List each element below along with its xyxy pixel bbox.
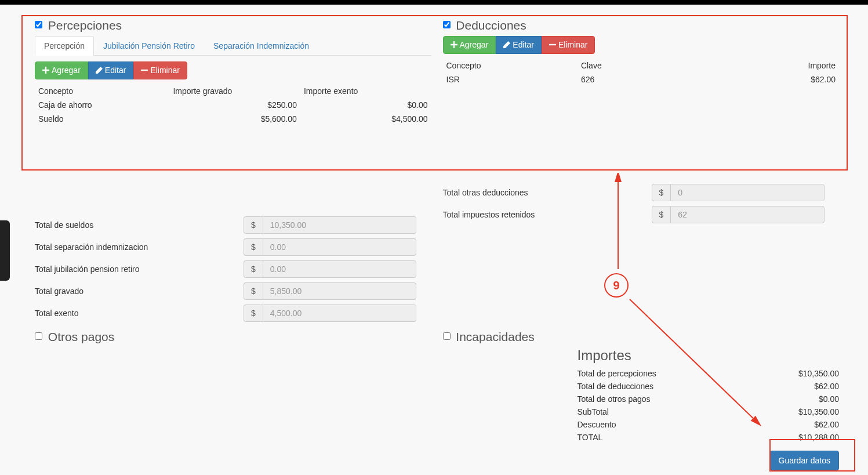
importes-title: Importes (578, 347, 840, 364)
col-concepto: Concepto (35, 84, 169, 98)
total-sueldos-input (263, 216, 416, 234)
tab-separacion[interactable]: Separación Indemnización (204, 36, 318, 56)
currency-addon: $ (244, 238, 263, 256)
percepciones-title: Percepciones (35, 19, 431, 32)
importes-line: Total de percepciones$10,350.00 (578, 367, 840, 380)
currency-addon: $ (244, 304, 263, 322)
total-jubilacion-input (263, 260, 416, 278)
deducciones-title: Deducciones (443, 19, 840, 32)
percepciones-edit-button[interactable]: Editar (88, 61, 134, 79)
cell-gravado: $5,600.00 (169, 112, 300, 126)
cell-concepto: Caja de ahorro (35, 98, 169, 112)
otros-pagos-checkbox[interactable] (35, 332, 42, 340)
deducciones-delete-button[interactable]: Eliminar (542, 36, 595, 54)
save-button[interactable]: Guardar datos (770, 451, 840, 470)
del-label: Eliminar (558, 40, 588, 50)
deducciones-title-text: Deducciones (456, 19, 526, 32)
total-exento-input (263, 304, 416, 322)
cell-concepto: Sueldo (35, 112, 169, 126)
minus-icon (141, 67, 148, 74)
importes-line: TOTAL$10,288.00 (578, 431, 840, 444)
total-gravado-input (263, 282, 416, 300)
add-label: Agregar (460, 40, 489, 50)
add-label: Agregar (52, 66, 81, 75)
percepciones-tabs: Percepción Jubilación Pensión Retiro Sep… (35, 36, 431, 56)
importes-panel: Importes Total de percepciones$10,350.00… (578, 347, 840, 444)
deducciones-add-button[interactable]: Agregar (443, 36, 496, 54)
percepciones-table: Concepto Importe gravado Importe exento … (35, 84, 431, 126)
total-separacion-label: Total separación indemnizacion (35, 242, 244, 252)
currency-addon: $ (244, 216, 263, 234)
total-otras-label: Total otras deducciones (443, 188, 652, 197)
importes-line: Total de deducciones$62.00 (578, 380, 840, 393)
pencil-icon (96, 67, 103, 74)
incapacidades-checkbox[interactable] (443, 332, 451, 340)
otros-pagos-title-text: Otros pagos (48, 330, 114, 343)
percepciones-delete-button[interactable]: Eliminar (133, 61, 187, 79)
cell-gravado: $250.00 (169, 98, 300, 112)
currency-addon: $ (244, 260, 263, 278)
incapacidades-title-text: Incapacidades (456, 330, 534, 343)
table-row[interactable]: ISR 626 $62.00 (443, 72, 840, 86)
currency-addon: $ (652, 184, 671, 201)
tab-percepcion[interactable]: Percepción (35, 36, 94, 56)
col-exento: Importe exento (300, 84, 431, 98)
total-separacion-input (263, 238, 416, 256)
percepciones-title-text: Percepciones (48, 19, 122, 32)
pencil-icon (503, 41, 510, 48)
plus-icon (451, 41, 457, 48)
total-exento-label: Total exento (35, 309, 244, 318)
percepciones-toolbar: Agregar Editar Eliminar (35, 61, 431, 79)
edit-label: Editar (105, 66, 126, 75)
table-row[interactable]: Sueldo $5,600.00 $4,500.00 (35, 112, 431, 126)
col-importe: Importe (708, 59, 839, 72)
total-jubilacion-label: Total jubilación pension retiro (35, 264, 244, 274)
cell-clave: 626 (578, 72, 709, 86)
cell-exento: $0.00 (300, 98, 431, 112)
total-sueldos-label: Total de sueldos (35, 220, 244, 230)
percepciones-add-button[interactable]: Agregar (35, 61, 88, 79)
incapacidades-title: Incapacidades (443, 330, 840, 344)
table-row[interactable]: Caja de ahorro $250.00 $0.00 (35, 98, 431, 112)
importes-line: Total de otros pagos$0.00 (578, 393, 840, 405)
edit-label: Editar (513, 40, 534, 50)
col-gravado: Importe gravado (169, 84, 300, 98)
deducciones-table: Concepto Clave Importe ISR 626 $62.00 (443, 59, 840, 86)
col-clave: Clave (578, 59, 709, 72)
deducciones-edit-button[interactable]: Editar (496, 36, 542, 54)
importes-line: SubTotal$10,350.00 (578, 405, 840, 418)
percepciones-checkbox[interactable] (35, 21, 42, 28)
total-otras-input (670, 184, 824, 201)
importes-line: Descuento$62.00 (578, 418, 840, 431)
total-gravado-label: Total gravado (35, 287, 244, 296)
cell-exento: $4,500.00 (300, 112, 431, 126)
minus-icon (549, 41, 556, 48)
cell-importe: $62.00 (708, 72, 839, 86)
currency-addon: $ (244, 282, 263, 300)
cell-concepto: ISR (443, 72, 578, 86)
deducciones-toolbar: Agregar Editar Eliminar (443, 36, 840, 54)
col-concepto: Concepto (443, 59, 578, 72)
otros-pagos-title: Otros pagos (35, 330, 431, 344)
tab-jubilacion[interactable]: Jubilación Pensión Retiro (94, 36, 204, 56)
top-bar (0, 0, 868, 5)
deducciones-checkbox[interactable] (443, 21, 451, 28)
del-label: Eliminar (150, 66, 180, 75)
plus-icon (42, 67, 49, 74)
